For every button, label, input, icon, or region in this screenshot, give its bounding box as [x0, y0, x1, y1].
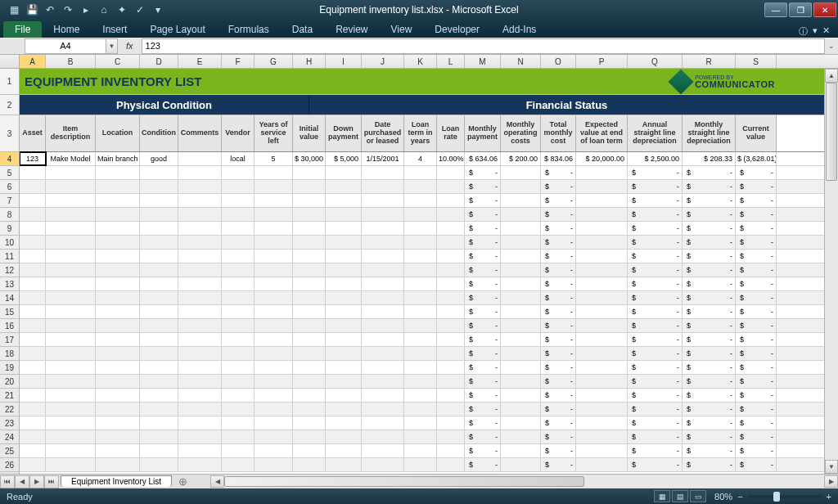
cell-B18[interactable]: [46, 347, 96, 360]
cell-P21[interactable]: [576, 389, 628, 402]
cell-B23[interactable]: [46, 416, 96, 430]
cell-O23[interactable]: $-: [541, 416, 576, 430]
cell-L7[interactable]: [437, 194, 465, 207]
cell-J24[interactable]: [362, 430, 404, 443]
hscroll-thumb[interactable]: [224, 476, 584, 487]
cell-A22[interactable]: [20, 403, 46, 416]
cell-Q4[interactable]: $ 2,500.00: [628, 152, 683, 165]
cell-L21[interactable]: [437, 389, 465, 402]
cell-F17[interactable]: [222, 333, 255, 346]
cell-A17[interactable]: [20, 333, 46, 346]
cell-R17[interactable]: $-: [683, 333, 736, 346]
cell-B15[interactable]: [46, 305, 96, 318]
cell-L5[interactable]: [437, 166, 465, 179]
cell-M4[interactable]: $ 634.06: [465, 152, 501, 165]
cell-P7[interactable]: [576, 194, 628, 207]
cell-D15[interactable]: [140, 305, 178, 318]
cell-E18[interactable]: [178, 347, 222, 360]
cell-J16[interactable]: [362, 319, 404, 332]
cell-R16[interactable]: $-: [683, 319, 736, 332]
cell-F26[interactable]: [222, 458, 255, 471]
cell-E23[interactable]: [178, 416, 222, 430]
cell-C25[interactable]: [96, 444, 140, 457]
cell-D16[interactable]: [140, 319, 178, 332]
cell-D13[interactable]: [140, 277, 178, 290]
cell-I4[interactable]: $ 5,000: [326, 152, 362, 165]
cell-G16[interactable]: [255, 319, 293, 332]
cell-F19[interactable]: [222, 361, 255, 374]
cell-P22[interactable]: [576, 403, 628, 416]
row-17[interactable]: 17: [0, 333, 19, 347]
cell-S4[interactable]: $ (3,628.01): [736, 152, 777, 165]
cell-P16[interactable]: [576, 319, 628, 332]
cell-J9[interactable]: [362, 222, 404, 235]
cell-H22[interactable]: [293, 403, 326, 416]
cell-C13[interactable]: [96, 277, 140, 290]
cell-P24[interactable]: [576, 430, 628, 443]
cell-A25[interactable]: [20, 444, 46, 457]
cell-Q21[interactable]: $-: [628, 389, 683, 402]
cell-I19[interactable]: [326, 361, 362, 374]
cell-Q16[interactable]: $-: [628, 319, 683, 332]
cell-S20[interactable]: $-: [736, 375, 777, 388]
cell-C24[interactable]: [96, 430, 140, 443]
cell-A6[interactable]: [20, 180, 46, 193]
cell-P4[interactable]: $ 20,000.00: [576, 152, 628, 165]
cell-N24[interactable]: [501, 430, 541, 443]
cell-L17[interactable]: [437, 333, 465, 346]
formula-bar-expand[interactable]: ⌄: [825, 42, 838, 50]
col-M[interactable]: M: [465, 55, 501, 68]
cell-L10[interactable]: [437, 236, 465, 249]
cell-D22[interactable]: [140, 403, 178, 416]
scroll-thumb[interactable]: [826, 83, 837, 181]
cell-C16[interactable]: [96, 319, 140, 332]
cell-D18[interactable]: [140, 347, 178, 360]
cell-I6[interactable]: [326, 180, 362, 193]
row-6[interactable]: 6: [0, 180, 19, 194]
vertical-scrollbar[interactable]: ▲ ▼: [824, 69, 838, 474]
cell-S12[interactable]: $-: [736, 263, 777, 277]
cell-A7[interactable]: [20, 194, 46, 207]
cell-M7[interactable]: $-: [465, 194, 501, 207]
cell-M9[interactable]: $-: [465, 222, 501, 235]
cell-E13[interactable]: [178, 277, 222, 290]
cell-E26[interactable]: [178, 458, 222, 471]
cell-O13[interactable]: $-: [541, 277, 576, 290]
row-11[interactable]: 11: [0, 250, 19, 263]
file-tab[interactable]: File: [3, 21, 42, 38]
cell-A10[interactable]: [20, 236, 46, 249]
cell-I10[interactable]: [326, 236, 362, 249]
col-H[interactable]: H: [293, 55, 326, 68]
cell-G25[interactable]: [255, 444, 293, 457]
cell-Q6[interactable]: $-: [628, 180, 683, 193]
cell-L9[interactable]: [437, 222, 465, 235]
cell-R15[interactable]: $-: [683, 305, 736, 318]
save-icon[interactable]: 💾: [25, 2, 39, 17]
cell-G12[interactable]: [255, 263, 293, 277]
cell-D23[interactable]: [140, 416, 178, 430]
cell-Q10[interactable]: $-: [628, 236, 683, 249]
tab-addins[interactable]: Add-Ins: [491, 21, 547, 38]
cell-I9[interactable]: [326, 222, 362, 235]
cell-I5[interactable]: [326, 166, 362, 179]
cell-M13[interactable]: $-: [465, 277, 501, 290]
cell-J14[interactable]: [362, 291, 404, 304]
cell-B20[interactable]: [46, 375, 96, 388]
cell-L11[interactable]: [437, 250, 465, 263]
row-23[interactable]: 23: [0, 416, 19, 430]
cell-S21[interactable]: $-: [736, 389, 777, 402]
cell-N22[interactable]: [501, 403, 541, 416]
cell-O6[interactable]: $-: [541, 180, 576, 193]
cell-D5[interactable]: [140, 166, 178, 179]
zoom-in-button[interactable]: +: [827, 492, 831, 502]
cell-Q18[interactable]: $-: [628, 347, 683, 360]
cell-L23[interactable]: [437, 416, 465, 430]
cell-G14[interactable]: [255, 291, 293, 304]
cell-H7[interactable]: [293, 194, 326, 207]
cell-G13[interactable]: [255, 277, 293, 290]
row-19[interactable]: 19: [0, 361, 19, 375]
cell-Q14[interactable]: $-: [628, 291, 683, 304]
cell-D4[interactable]: good: [140, 152, 178, 165]
cell-J4[interactable]: 1/15/2001: [362, 152, 404, 165]
grid[interactable]: EQUIPMENT INVENTORY LIST POWERED BY COMM…: [20, 69, 824, 474]
